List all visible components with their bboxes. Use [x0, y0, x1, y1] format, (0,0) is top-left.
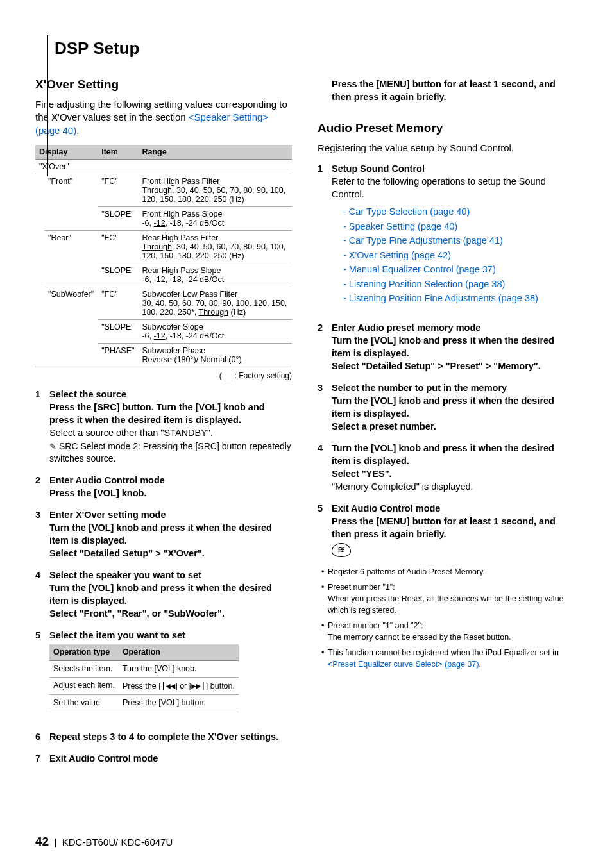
th-range: Range	[138, 145, 292, 160]
cont-bold: Press the [MENU] button for at least 1 s…	[332, 79, 556, 102]
row-front: "Front"	[44, 174, 98, 230]
left-column: X'Over Setting Fine adjusting the follow…	[35, 78, 292, 765]
note-item: Preset number "1" and "2": The memory ca…	[321, 620, 574, 643]
op-text: ] or [	[175, 681, 191, 690]
note-item: Register 6 patterns of Audio Preset Memo…	[321, 566, 574, 578]
op-row: Selects the item.	[49, 660, 119, 677]
step-title: Repeat steps 3 to 4 to complete the X'Ov…	[49, 731, 278, 742]
step-6: 6 Repeat steps 3 to 4 to complete the X'…	[35, 730, 292, 743]
step-title: Exit Audio Control mode	[332, 503, 440, 513]
range-title: Front High Pass Filter	[142, 177, 219, 186]
note-text: .	[479, 660, 481, 669]
link-listening-pos[interactable]: Listening Position Selection (page 38)	[349, 279, 505, 289]
note-item: This function cannot be registered when …	[321, 647, 574, 670]
prev-track-icon: |◀◀	[161, 681, 176, 690]
step-7: 7 Exit Audio Control mode	[35, 752, 292, 765]
step-num: 4	[318, 442, 327, 493]
range-rest: , -18, -24 dB/Oct	[166, 331, 225, 340]
note-icon	[332, 543, 351, 557]
footer-models: KDC-BT60U/ KDC-6047U	[62, 837, 173, 847]
step-num: 5	[35, 629, 44, 721]
step-bold: Press the [VOL] knob.	[49, 488, 146, 498]
rear-fc-range: Rear High Pass Filter Through, 30, 40, 5…	[138, 230, 292, 263]
step-title: Enter Audio Control mode	[49, 475, 165, 485]
range-default: Through	[142, 186, 172, 195]
op-row: Press the [|◀◀] or [▶▶|] button.	[119, 678, 239, 695]
front-slope-item: "SLOPE"	[98, 206, 138, 230]
step-1: 1 Select the source Press the [SRC] butt…	[35, 388, 292, 465]
step-4: 4 Select the speaker you want to set Tur…	[35, 569, 292, 620]
step-num: 1	[35, 388, 44, 465]
step-bold: Press the [SRC] button. Turn the [VOL] k…	[49, 402, 265, 425]
next-track-icon: ▶▶|	[191, 681, 206, 690]
op-row: Set the value	[49, 695, 119, 712]
link-manual-eq[interactable]: Manual Equalizer Control (page 37)	[349, 264, 496, 274]
step-bold2-pre: Select "Detailed Setup"	[49, 548, 155, 558]
step-title: Select the source	[49, 389, 126, 399]
right-step-3: 3 Select the number to put in the memory…	[318, 381, 574, 433]
op-text: Press the [	[123, 681, 161, 690]
range-title: Subwoofer Slope	[142, 322, 203, 331]
continuation-block: Press the [MENU] button for at least 1 s…	[318, 78, 574, 103]
note-sub: The memory cannot be erased by the Reset…	[328, 633, 511, 642]
rear-fc-item: "FC"	[98, 230, 138, 263]
row-subwoofer: "SubWoofer"	[44, 287, 98, 367]
note-text: This function cannot be registered when …	[328, 648, 559, 657]
right-step-1: 1 Setup Sound Control Refer to the follo…	[318, 162, 574, 312]
note-sub: When you press the Reset, all the source…	[328, 594, 564, 615]
link-speaker-setting[interactable]: Speaker Setting (page 40)	[349, 221, 457, 231]
xover-intro: Fine adjusting the following setting val…	[35, 98, 292, 137]
step-title: Enter Audio preset memory mode	[332, 322, 480, 333]
front-slope-range: Front High Pass Slope -6, -12, -18, -24 …	[138, 206, 292, 230]
step-num: 3	[318, 381, 327, 433]
right-step-4: 4 Turn the [VOL] knob and press it when …	[318, 442, 574, 493]
th-op-type: Operation type	[49, 644, 119, 661]
range-title: Rear High Pass Slope	[142, 266, 221, 275]
right-step-2: 2 Enter Audio preset memory mode Turn th…	[318, 321, 574, 372]
link-car-type-selection[interactable]: Car Type Selection (page 40)	[349, 206, 470, 217]
right-step-5: 5 Exit Audio Control mode Press the [MEN…	[318, 502, 574, 557]
xover-table: Display Item Range "X'Over" "Front" "FC"…	[35, 145, 292, 367]
step-bold2: Select "Front", "Rear", or "SubWoofer".	[49, 608, 225, 619]
range-title: Subwoofer Phase	[142, 346, 205, 355]
range-title: Rear High Pass Filter	[142, 233, 218, 242]
step-bold: Turn the [VOL] knob and press it when th…	[49, 522, 272, 546]
pen-note: SRC Select mode 2: Pressing the [SRC] bu…	[49, 440, 292, 465]
sub-slope-range: Subwoofer Slope -6, -12, -18, -24 dB/Oct	[138, 319, 292, 343]
link-car-type-fine[interactable]: Car Type Fine Adjustments (page 41)	[349, 235, 503, 246]
step-3: 3 Enter X'Over setting mode Turn the [VO…	[35, 508, 292, 560]
step-bold: Press the [MENU] button for at least 1 s…	[332, 516, 556, 539]
row-rear: "Rear"	[44, 230, 98, 287]
range-pre: -6,	[142, 219, 153, 228]
range-default: -12	[154, 275, 166, 284]
step-title: Setup Sound Control	[332, 163, 425, 174]
range-pre: Reverse (180°)/	[142, 355, 200, 364]
operation-table: Operation type Operation Selects the ite…	[49, 644, 239, 712]
page-number: 42	[35, 835, 49, 848]
step-num: 1	[318, 162, 327, 312]
group-xover: "X'Over"	[35, 159, 98, 174]
step-plain: Refer to the following operations to set…	[332, 176, 546, 199]
step-bold2: Select a preset number.	[332, 421, 436, 431]
link-xover-setting[interactable]: X'Over Setting (page 42)	[349, 250, 451, 260]
step-plain: "Memory Completed" is displayed.	[332, 481, 473, 492]
range-pre: -6,	[142, 331, 153, 340]
link-listening-pos-fine[interactable]: Listening Position Fine Adjustments (pag…	[349, 293, 538, 303]
op-row: Press the [VOL] button.	[119, 695, 239, 712]
step-num: 7	[35, 752, 44, 765]
sub-phase-item: "PHASE"	[98, 343, 138, 367]
note-text: Preset number "1" and "2":	[328, 621, 423, 630]
step-title: Select the number to put in the memory	[332, 383, 507, 393]
section-title: DSP Setup	[55, 38, 577, 58]
step-2: 2 Enter Audio Control mode Press the [VO…	[35, 474, 292, 499]
bold2-mid: "Preset"	[443, 361, 486, 371]
range-rest: , -18, -24 dB/Oct	[166, 219, 225, 228]
front-fc-item: "FC"	[98, 174, 138, 206]
front-fc-range: Front High Pass Filter Through, 30, 40, …	[138, 174, 292, 206]
note-text: Preset number "1":	[328, 583, 395, 592]
link-preset-eq-curve[interactable]: <Preset Equalizer curve Select> (page 37…	[328, 660, 479, 669]
range-rest: , -18, -24 dB/Oct	[166, 275, 225, 284]
op-row: Adjust each item.	[49, 678, 119, 695]
range-default: Normal (0°)	[201, 355, 242, 364]
step-title: Select the item you want to set	[49, 630, 185, 640]
